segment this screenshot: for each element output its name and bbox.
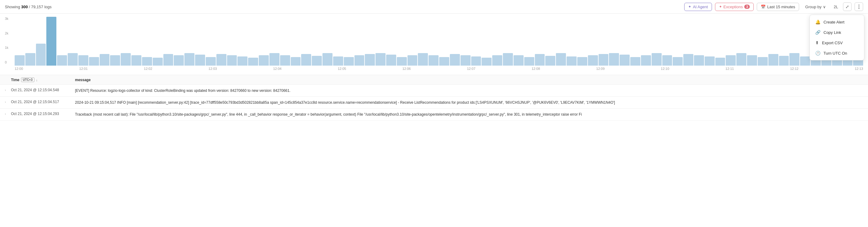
bar-13	[153, 58, 163, 65]
sort-icon: ↓	[36, 78, 38, 82]
expand-icon: ⤢	[845, 4, 849, 9]
bar-16	[184, 53, 194, 65]
log-time: Oct 21, 2024 @ 12:15:04.293	[11, 112, 72, 116]
bar-6	[78, 55, 88, 65]
log-row-2[interactable]: ›Oct 21, 2024 @ 12:15:04.293Traceback (m…	[0, 109, 868, 120]
more-icon: ⋮	[857, 4, 861, 10]
calendar-icon: 📅	[761, 5, 766, 9]
bar-38	[418, 53, 428, 65]
x-label: 12:01	[79, 67, 88, 70]
time-range-button[interactable]: 📅 Last 15 minutes	[757, 3, 799, 11]
bar-7	[89, 57, 99, 65]
dropdown-item-create-alert[interactable]: 🔔 Create Alert	[810, 17, 864, 27]
log-row-0[interactable]: ›Oct 21, 2024 @ 12:15:04.548[EVENT] Reso…	[0, 85, 868, 97]
dropdown-item-export-csv[interactable]: ⬆ Export CSV	[810, 37, 864, 48]
log-time: Oct 21, 2024 @ 12:15:04.517	[11, 100, 72, 104]
y-label-3k: 3k	[5, 17, 8, 21]
log-row-1[interactable]: ›Oct 21, 2024 @ 12:15:04.5172024-10-21 0…	[0, 97, 868, 109]
alert-icon: 🔔	[815, 20, 820, 24]
bar-43	[471, 56, 481, 65]
bar-15	[174, 55, 184, 65]
bar-30	[333, 56, 343, 65]
x-label: 12:03	[209, 67, 217, 70]
bar-54	[588, 55, 598, 65]
bar-72	[779, 56, 789, 65]
bar-34	[375, 53, 385, 65]
bar-8	[100, 54, 110, 65]
expand-arrow[interactable]: ›	[5, 88, 8, 92]
bar-33	[365, 54, 375, 65]
dropdown-item-copy-link[interactable]: 🔗 Copy Link	[810, 27, 864, 37]
bar-47	[514, 55, 524, 65]
bar-27	[301, 54, 311, 65]
bar-64	[694, 55, 704, 65]
bar-14	[163, 54, 174, 65]
message-column-header: message	[75, 78, 91, 82]
x-axis-labels: 12:0012:0112:0212:0312:0412:0512:0612:07…	[14, 65, 863, 70]
x-label: 12:06	[402, 67, 411, 70]
bar-22	[248, 58, 258, 65]
time-column-header[interactable]: Time UTC+3 ↓	[11, 78, 72, 82]
bar-21	[238, 56, 247, 65]
bar-44	[482, 58, 492, 65]
bar-12	[142, 57, 152, 65]
expand-arrow[interactable]: ›	[5, 101, 8, 104]
bar-51	[556, 53, 566, 65]
group-by-button[interactable]: Group by ∨	[802, 3, 829, 11]
y-label-2k: 2k	[5, 31, 8, 35]
bar-42	[461, 55, 471, 65]
bar-60	[652, 53, 662, 65]
bar-52	[566, 56, 577, 65]
create-alert-label: Create Alert	[824, 20, 844, 24]
x-label: 12:12	[790, 67, 799, 70]
bar-73	[789, 53, 799, 65]
log-count: 300	[21, 5, 28, 9]
ai-agent-button[interactable]: ✦ AI Agent	[684, 3, 712, 11]
bar-45	[492, 55, 502, 65]
expand-icon-button[interactable]: ⤢	[843, 2, 851, 11]
copy-link-label: Copy Link	[824, 30, 841, 35]
bar-67	[726, 55, 736, 65]
bar-chart	[14, 17, 863, 65]
log-message: 2024-10-21 09:15:04,517 INFO [main] [rec…	[75, 100, 863, 105]
bar-56	[609, 53, 619, 65]
bar-68	[736, 53, 746, 65]
bar-57	[620, 55, 630, 65]
bar-36	[397, 57, 407, 65]
bar-24	[270, 53, 279, 65]
bar-62	[673, 57, 683, 65]
bar-10	[121, 53, 131, 65]
x-label: 12:11	[725, 67, 734, 70]
bar-5	[68, 53, 78, 65]
y-axis-labels: 3k 2k 1k 0	[5, 17, 8, 64]
y-label-1k: 1k	[5, 46, 8, 50]
bar-39	[429, 55, 439, 65]
bar-18	[206, 57, 216, 65]
x-label: 12:08	[531, 67, 540, 70]
bar-26	[291, 57, 301, 65]
bar-65	[705, 56, 715, 65]
x-label: 12:09	[596, 67, 605, 70]
bar-37	[407, 55, 417, 65]
exceptions-button[interactable]: ✦ Exceptions 3	[715, 3, 754, 11]
dropdown-item-turn-utc-on[interactable]: 🕐 Turn UTC On	[810, 48, 864, 58]
x-label: 12:02	[144, 67, 152, 70]
dropdown-menu: 🔔 Create Alert 🔗 Copy Link ⬆ Export CSV …	[809, 15, 864, 60]
more-options-button[interactable]: ⋮	[855, 2, 863, 11]
utc-badge: UTC+3	[21, 78, 34, 82]
log-message: [EVENT] Resource: logzio-logs-collector …	[75, 88, 863, 93]
bar-41	[450, 54, 460, 65]
bar-0	[14, 55, 25, 65]
bar-49	[535, 54, 545, 65]
bar-46	[503, 53, 513, 65]
bar-29	[322, 53, 333, 65]
x-label: 12:00	[14, 67, 23, 70]
bar-55	[598, 54, 609, 65]
x-label: 12:10	[661, 67, 669, 70]
log-time: Oct 21, 2024 @ 12:15:04.548	[11, 88, 72, 92]
turn-utc-on-label: Turn UTC On	[824, 51, 847, 56]
x-label: 12:05	[338, 67, 346, 70]
expand-arrow[interactable]: ›	[5, 112, 8, 116]
bar-4	[57, 55, 67, 65]
link-icon: 🔗	[815, 30, 820, 35]
